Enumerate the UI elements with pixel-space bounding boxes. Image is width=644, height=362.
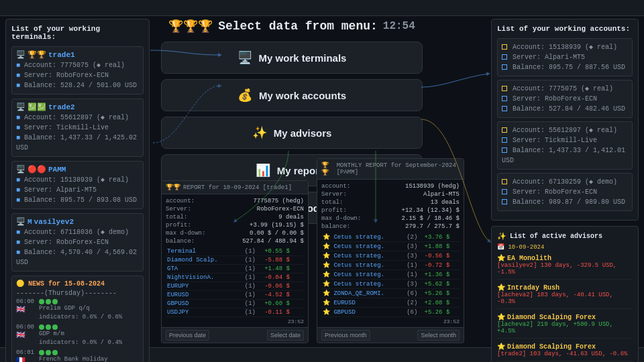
dot-g1	[39, 324, 44, 330]
terminal-icon1: 🏆🏆	[28, 50, 46, 59]
top-bar	[0, 0, 644, 16]
select-date-button[interactable]: Select date	[267, 330, 304, 341]
advisors-date: 📅 10-09-2024	[497, 243, 633, 251]
dot-green3	[52, 299, 58, 304]
account-item-0[interactable]: Account: 15138939 (◆ real) Server: Alpar…	[497, 38, 633, 76]
dot-g3	[52, 324, 58, 330]
report-panel-right: 🏆🏆 MONTHLY REPORT for September-2024 [PA…	[317, 158, 464, 343]
prev-date-button[interactable]: Previous date	[166, 330, 209, 341]
terminal-trade1[interactable]: 🖥️ 🏆🏆 trade1 ■ Account: 7775075 (◆ real)…	[11, 46, 144, 95]
advisor-2: ⭐ Diamond Scalping Forex [lacheva2] 219 …	[497, 313, 633, 339]
report-footer-left: Previous date Select date	[162, 327, 308, 343]
news-item-1: 06:00 🇬🇧 GDP m/m indicators: 0.0% / 0.4%	[16, 324, 139, 347]
table-row: ⭐ Cetus strateg.(3)+1.88 $	[321, 242, 460, 251]
left-panel: List of your working terminals: 🖥️ 🏆🏆 tr…	[5, 19, 150, 362]
account-item-2[interactable]: Account: 55612897 (◆ real) Server: Tickm…	[497, 121, 633, 170]
uk-flag-0: 🇬🇧	[16, 306, 25, 314]
terminal-icon2: 💹💹	[28, 103, 46, 111]
dot-g2	[46, 324, 51, 330]
advisor-1: ⭐ Intraday Rush [lacheva2] 183 days, -40…	[497, 284, 633, 309]
report-time-right: 23:52	[321, 318, 460, 324]
report-panel-left: 🏆🏆 REPORT for 10-09-2024 [trade1] accoun…	[161, 180, 309, 343]
advisors-panel: ✨ List of active advisors 📅 10-09-2024 ⭐…	[491, 226, 639, 362]
account-item-1[interactable]: Account: 7775075 (◆ real) Server: RoboFo…	[497, 80, 633, 118]
table-row: Terminal(1)+0.55 $	[166, 247, 304, 256]
accounts-panel-title: List of your working accounts:	[497, 25, 633, 33]
accounts-button[interactable]: 💰 My work accounts	[161, 79, 423, 111]
report-body-left: account:7775875 (hedg) Server:RoboForex-…	[162, 194, 308, 327]
uk-flag-1: 🇬🇧	[16, 331, 25, 339]
table-row: ⭐ Cetus strateg.(3)-0.56 $	[321, 251, 460, 261]
table-row: ⭐ Cetus strateg.(3)+5.62 $	[321, 280, 460, 289]
report-time-left: 23:52	[166, 318, 304, 324]
terminals-icon: 🖥️	[237, 50, 252, 65]
star-icon: ✨	[497, 232, 506, 241]
current-time: 12:54	[383, 20, 415, 32]
news-section: 🟡 NEWS for 15-08-2024 -------(Thursday)-…	[11, 276, 144, 362]
table-row: NightVisionA.(1)-0.04 $	[166, 274, 304, 282]
monitor-icon2: 🖥️	[16, 103, 25, 111]
terminal-vasilyev2[interactable]: 🖥️ M vasilyev2 ■ Account: 67118036 (◆ de…	[11, 213, 144, 272]
dot-f3	[52, 350, 58, 355]
news-item-0: 06:00 🇬🇧 Prelim GDP q/q indicators: 0.6%…	[16, 298, 139, 321]
report-header-left: 🏆🏆 REPORT for 10-09-2024 [trade1]	[162, 181, 308, 194]
table-row: Diamond Scalp.(1)-5.88 $	[166, 256, 304, 265]
news-title: 🟡 NEWS for 15-08-2024	[16, 280, 139, 288]
account-item-3[interactable]: Account: 67130259 (◆ demo) Server: RoboF…	[497, 173, 633, 211]
right-panel: List of your working accounts: Account: …	[491, 19, 639, 362]
report-header-right: 🏆🏆 MONTHLY REPORT for September-2024 [PA…	[317, 159, 464, 180]
table-row: GBPUSD(1)+0.60 $	[166, 300, 304, 308]
monitor-icon3: 🖥️	[16, 165, 25, 174]
news-item-2: 06:01 🇫🇷 French Bank Holiday indicators:…	[16, 349, 139, 362]
table-row: ⭐ Cetus strateg.(2)+3.76 $	[321, 233, 460, 242]
dot-green1	[39, 299, 44, 304]
terminals-button[interactable]: 🖥️ My work terminals	[161, 42, 423, 74]
trophy-icons: 🏆🏆🏆	[168, 19, 213, 34]
table-row: GTA(1)+1.48 $	[166, 265, 304, 274]
terminal-pamm[interactable]: 🖥️ 🔴🔴 PAMM ■ Account: 15138939 (◆ real) …	[11, 161, 144, 209]
select-month-button[interactable]: Select month	[417, 330, 460, 341]
dot-f1	[39, 350, 44, 355]
select-title: 🏆🏆🏆 Select data from menu: 12:54	[161, 19, 423, 34]
terminal-trade2[interactable]: 🖥️ 💹💹 trade2 ■ Account: 55612897 (◆ real…	[11, 99, 144, 157]
table-row: ⭐ Cetus strateg.(1)+1.36 $	[321, 270, 460, 280]
advisor-star-1: ⭐	[497, 284, 505, 292]
report-table-left: Terminal(1)+0.55 $ Diamond Scalp.(1)-5.8…	[166, 247, 304, 317]
dot-f2	[46, 350, 51, 355]
advisor-0: ⭐ EA Monolith [vasilyev2] 130 days, -329…	[497, 254, 633, 280]
terminal-icon3: 🔴🔴	[28, 165, 46, 174]
advisor-star-2: ⭐	[497, 313, 505, 321]
advisors-header: ✨ List of active advisors	[497, 232, 633, 241]
report-footer-right: Previous month Select month	[317, 327, 464, 343]
advisor-star-0: ⭐	[497, 254, 505, 262]
table-row: ⭐ GBPUSD(6)+5.26 $	[321, 308, 460, 317]
advisor-3: ⭐ Diamond Scalping Forex [trade2] 103 da…	[497, 343, 633, 361]
news-divider: -------(Thursday)--------	[16, 290, 139, 297]
table-row: EURUPY(1)-0.06 $	[166, 282, 304, 291]
left-panel-title: List of your working terminals:	[11, 25, 144, 41]
monitor-icon: 🖥️	[16, 50, 25, 59]
advisor-star-3: ⭐	[497, 343, 505, 351]
reports-icon: 📊	[256, 163, 270, 178]
accounts-panel: List of your working accounts: Account: …	[491, 19, 639, 221]
table-row: USDJPY(1)-0.11 $	[166, 308, 304, 317]
prev-month-button[interactable]: Previous month	[321, 330, 370, 341]
table-row: ⭐ EURUSD(2)+2.08 $	[321, 298, 460, 308]
advisors-button[interactable]: ✨ My advisors	[161, 117, 423, 149]
report-table-right: ⭐ Cetus strateg.(2)+3.76 $ ⭐ Cetus strat…	[321, 233, 460, 317]
fr-flag: 🇫🇷	[16, 357, 25, 362]
monitor-icon4: 🖥️	[16, 217, 25, 226]
terminal-icon4: M	[28, 218, 32, 226]
report-body-right: account:15138939 (hedg) Server:Alpari-MT…	[317, 180, 464, 327]
table-row: EURUSD(1)-4.52 $	[166, 291, 304, 300]
accounts-icon: 💰	[237, 88, 252, 103]
dot-green2	[46, 299, 51, 304]
advisors-icon: ✨	[252, 125, 267, 140]
table-row: ⭐ ZONDA_QE_ROMI.(6)+5.26 $	[321, 289, 460, 298]
table-row: ⭐ Cetus strateg.(1)-0.72 $	[321, 261, 460, 270]
